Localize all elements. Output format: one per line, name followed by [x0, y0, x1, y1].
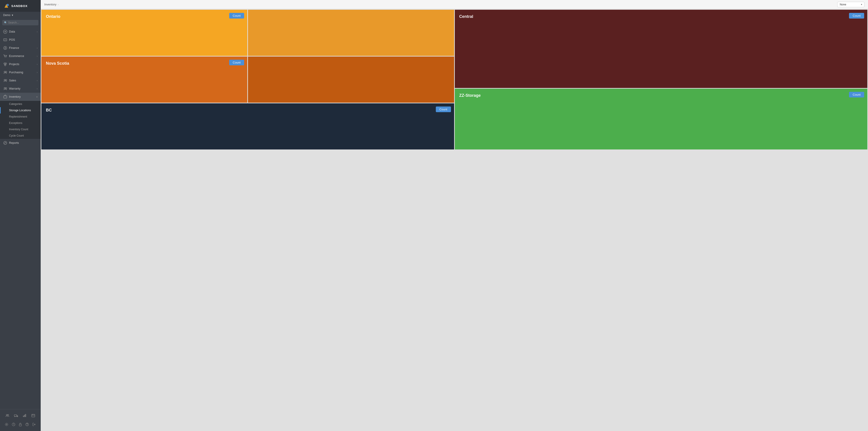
sales-icon [3, 79, 7, 83]
svg-rect-4 [4, 39, 7, 41]
storage-locations-label: Storage Locations [9, 109, 31, 112]
location-card-ontario-right[interactable] [248, 10, 454, 56]
right-column: Central Count ZZ-Storage Count [455, 10, 868, 150]
replenishment-label: Replenishment [9, 115, 27, 118]
svg-point-9 [5, 63, 6, 64]
box-icon[interactable] [30, 412, 36, 419]
sidebar-label-finance: Finance [9, 47, 19, 50]
exceptions-label: Exceptions [9, 121, 22, 125]
logo-area: SANDBOX [0, 0, 41, 12]
svg-rect-26 [25, 414, 26, 417]
finance-icon [3, 46, 7, 50]
truck-icon[interactable] [13, 412, 19, 419]
sidebar-nav: Data › POS Finance › Ecommerce › Project… [0, 27, 41, 409]
sidebar-item-finance[interactable]: Finance › [0, 44, 41, 52]
ecommerce-icon [3, 54, 7, 58]
sidebar-item-purchasing[interactable]: Purchasing › [0, 68, 41, 76]
zzstorage-title: ZZ-Storage [459, 93, 863, 98]
breadcrumb: Inventory › [44, 3, 59, 6]
svg-point-28 [6, 424, 7, 425]
search-input[interactable] [2, 20, 38, 25]
location-card-zzstorage[interactable]: ZZ-Storage Count [455, 89, 868, 150]
svg-point-2 [6, 4, 9, 6]
sidebar-bottom [0, 409, 41, 431]
sidebar-subitem-storage-locations[interactable]: Storage Locations [0, 107, 41, 114]
sidebar-label-inventory: Inventory [9, 95, 21, 98]
settings-icon[interactable] [4, 422, 9, 428]
help-icon[interactable] [24, 422, 30, 428]
sidebar-footer-actions [0, 420, 41, 429]
sidebar-item-projects[interactable]: Projects › [0, 60, 41, 68]
nova-scotia-title: Nova Scotia [46, 61, 243, 66]
svg-point-16 [5, 88, 7, 89]
sidebar-label-ecommerce: Ecommerce [9, 55, 24, 58]
location-card-bc[interactable]: BC Count [41, 103, 454, 150]
clock-icon[interactable] [11, 422, 16, 428]
svg-point-15 [4, 88, 5, 89]
data-chevron: › [37, 31, 37, 33]
filter-select[interactable]: None Option 1 Option 2 [837, 2, 864, 7]
svg-point-20 [8, 414, 9, 415]
sidebar-label-sales: Sales [9, 79, 16, 82]
ecommerce-chevron: › [37, 55, 37, 57]
topbar-right: None Option 1 Option 2 [837, 2, 864, 7]
location-card-nova-scotia[interactable]: Nova Scotia Count [41, 57, 247, 103]
central-count-button[interactable]: Count [849, 13, 864, 19]
nova-scotia-count-button[interactable]: Count [229, 60, 244, 65]
sidebar-item-inventory[interactable]: Inventory ▾ [0, 93, 41, 101]
inventory-count-label: Inventory Count [9, 128, 28, 131]
svg-rect-21 [14, 415, 17, 416]
lock-icon[interactable] [18, 422, 23, 428]
sidebar-item-reports[interactable]: Reports [0, 139, 41, 147]
sidebar-subitem-replenishment[interactable]: Replenishment [0, 114, 41, 120]
svg-rect-17 [4, 96, 7, 98]
user-name: Demo [3, 13, 10, 17]
sidebar-label-purchasing: Purchasing [9, 71, 23, 74]
sidebar-subitem-exceptions[interactable]: Exceptions [0, 120, 41, 126]
topbar: Inventory › None Option 1 Option 2 [41, 0, 868, 9]
chart-icon[interactable] [22, 412, 28, 419]
warranty-chevron: › [37, 88, 37, 90]
svg-rect-30 [19, 424, 22, 426]
sidebar-label-projects: Projects [9, 63, 19, 66]
location-card-ontario[interactable]: Ontario Count [41, 10, 247, 56]
sidebar-item-data[interactable]: Data › [0, 28, 41, 36]
finance-chevron: › [37, 47, 37, 49]
bc-count-button[interactable]: Count [436, 106, 451, 112]
sidebar-item-warranty[interactable]: Warranty › [0, 85, 41, 93]
svg-point-6 [5, 57, 5, 57]
team-icon[interactable] [4, 412, 10, 419]
data-icon [3, 30, 7, 34]
sidebar-item-sales[interactable]: Sales › [0, 76, 41, 85]
storage-locations-grid: Ontario Count Nova Scotia Count BC [41, 9, 868, 431]
logout-icon[interactable] [31, 422, 37, 428]
svg-point-10 [4, 64, 6, 66]
zzstorage-count-button[interactable]: Count [849, 92, 864, 97]
main-content: Inventory › None Option 1 Option 2 Ontar… [41, 0, 868, 431]
breadcrumb-inventory[interactable]: Inventory [44, 3, 56, 6]
ontario-count-button[interactable]: Count [229, 13, 244, 19]
sidebar-subitem-inventory-count[interactable]: Inventory Count [0, 126, 41, 132]
inventory-submenu: Categories Storage Locations Replenishme… [0, 101, 41, 139]
sidebar-subitem-categories[interactable]: Categories [0, 101, 41, 107]
search-icon: 🔍 [4, 21, 7, 24]
svg-rect-25 [24, 415, 25, 417]
svg-point-14 [5, 80, 7, 81]
sidebar-label-warranty: Warranty [9, 87, 20, 90]
sidebar-subitem-cycle-count[interactable]: Cycle Count [0, 132, 41, 139]
location-card-central[interactable]: Central Count [455, 10, 868, 88]
sidebar-item-ecommerce[interactable]: Ecommerce › [0, 52, 41, 60]
sidebar-label-pos: POS [9, 38, 15, 41]
sidebar-item-pos[interactable]: POS [0, 36, 41, 44]
bc-title: BC [46, 108, 450, 113]
nova-scotia-row: Nova Scotia Count [41, 57, 454, 103]
user-menu[interactable]: Demo ▾ [0, 12, 41, 19]
sidebar: SANDBOX Demo ▾ 🔍 Data › POS Finance › Ec… [0, 0, 41, 431]
left-column: Ontario Count Nova Scotia Count BC [41, 10, 454, 150]
svg-point-8 [4, 63, 5, 64]
location-card-nova-scotia-right[interactable] [248, 57, 454, 103]
svg-point-12 [5, 71, 7, 72]
purchasing-chevron: › [37, 71, 37, 74]
inventory-chevron: ▾ [36, 96, 37, 98]
ontario-row: Ontario Count [41, 10, 454, 56]
